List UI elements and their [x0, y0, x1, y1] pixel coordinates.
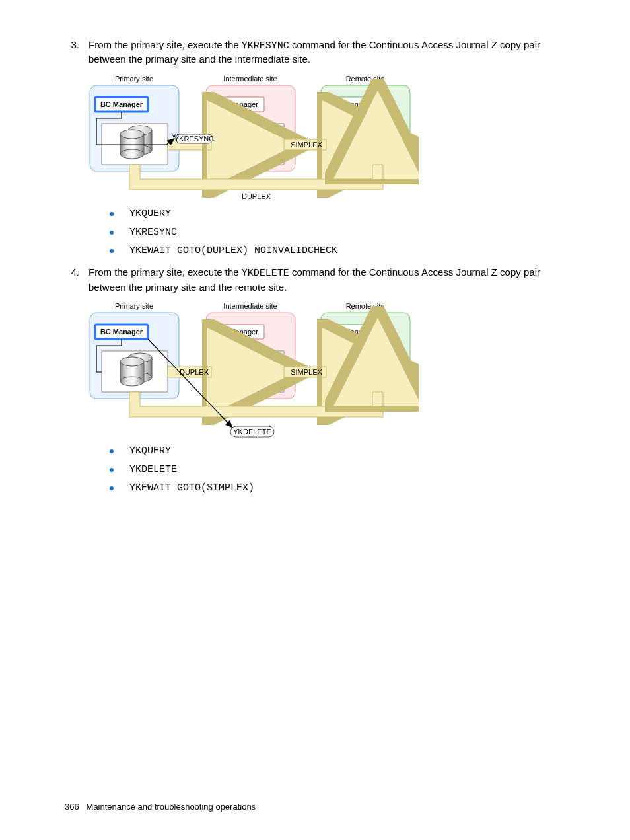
bullet-text: YKQUERY [129, 208, 171, 221]
bullet-dot-icon [110, 468, 114, 472]
bullet-dot-icon [110, 486, 114, 490]
step-4-number: 4. [65, 266, 79, 294]
bullet-dot-icon [110, 212, 114, 216]
bullet-text: YKQUERY [129, 445, 171, 458]
bullet-row: YKEWAIT GOTO(DUPLEX) NOINVALIDCHECK [110, 245, 565, 258]
footer-title: Maintenance and troubleshooting operatio… [87, 802, 256, 812]
bullet-text: YKEWAIT GOTO(DUPLEX) NOINVALIDCHECK [129, 245, 337, 258]
bcm-primary: BC Manager [100, 100, 143, 108]
simplex-label-1: SIMPLEX [291, 141, 322, 149]
bcm-intermediate-2: BC Manager [217, 328, 258, 336]
bullet-text: YKDELETE [129, 463, 177, 477]
bullet-dot-icon [110, 231, 114, 235]
bullet-row: YKRESYNC [110, 226, 565, 239]
simplex-label-2: SIMPLEX [291, 368, 322, 376]
step-4: 4. From the primary site, execute the YK… [65, 266, 565, 294]
label-primary-2: Primary site [115, 302, 153, 310]
bullet-row: YKQUERY [110, 445, 565, 458]
duplex-label-2: DUPLEX [180, 368, 209, 376]
diagram-1: Primary site Intermediate site Remote si… [88, 73, 565, 202]
label-intermediate: Intermediate site [223, 75, 277, 83]
bcm-remote-2: BC Manager [332, 328, 373, 336]
label-remote: Remote site [346, 75, 385, 83]
page-footer: 366 Maintenance and troubleshooting oper… [65, 801, 256, 813]
bullet-text: YKRESYNC [129, 226, 177, 239]
step-4-text: From the primary site, execute the YKDEL… [88, 266, 565, 294]
ykresync-oval: YKRESYNC [174, 135, 215, 143]
diagram-2: Primary site Intermediate site Remote si… [88, 301, 565, 439]
label-remote-2: Remote site [346, 302, 385, 310]
step-3-number: 3. [65, 38, 79, 67]
step-3-cmd: YKRESYNC [242, 40, 289, 52]
step-3-text: From the primary site, execute the YKRES… [88, 38, 565, 67]
bullet-row: YKQUERY [110, 208, 565, 221]
label-primary: Primary site [115, 75, 153, 83]
bullets-step3: YKQUERY YKRESYNC YKEWAIT GOTO(DUPLEX) NO… [110, 208, 565, 258]
label-intermediate-2: Intermediate site [223, 302, 277, 310]
bcm-intermediate: BC Manager [217, 100, 258, 108]
step-4-cmd: YKDELETE [242, 268, 289, 279]
step-4-text-a: From the primary site, execute the [88, 266, 242, 278]
bcm-remote: BC Manager [332, 100, 373, 108]
bullet-dot-icon [110, 449, 114, 453]
duplex-label-1: DUPLEX [242, 192, 271, 200]
ykdelete-oval: YKDELETE [233, 428, 271, 436]
step-3-text-a: From the primary site, execute the [88, 39, 242, 50]
page-number: 366 [65, 802, 79, 812]
bullets-step4: YKQUERY YKDELETE YKEWAIT GOTO(SIMPLEX) [110, 445, 565, 496]
bullet-text: YKEWAIT GOTO(SIMPLEX) [129, 482, 254, 495]
bullet-row: YKEWAIT GOTO(SIMPLEX) [110, 482, 565, 495]
bullet-dot-icon [110, 249, 114, 253]
step-3: 3. From the primary site, execute the YK… [65, 38, 565, 67]
bcm-primary-2: BC Manager [100, 328, 143, 336]
bullet-row: YKDELETE [110, 463, 565, 477]
